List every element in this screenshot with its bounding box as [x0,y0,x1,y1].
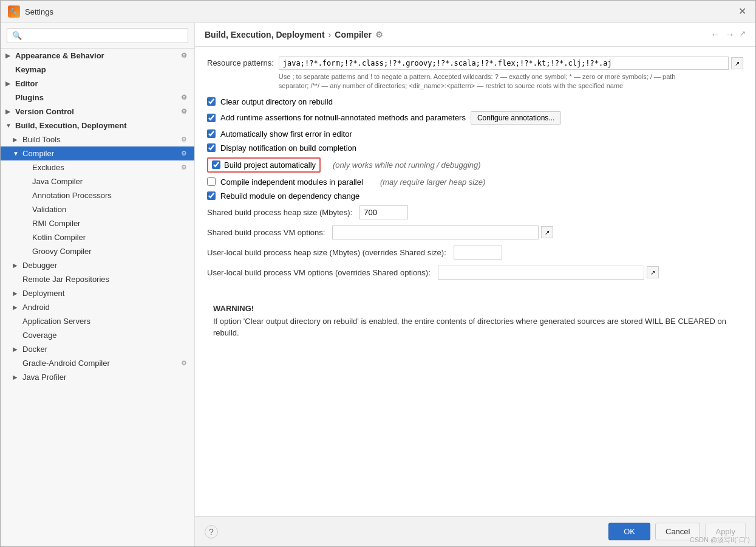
sidebar-item-excludes[interactable]: Excludes⚙ [1,160,194,174]
arrow-icon: ▶ [5,80,13,87]
nav-expand-icon[interactable]: ↗ [740,29,746,40]
sidebar-item-label: Keymap [15,65,46,74]
configure-annotations-button[interactable]: Configure annotations... [471,111,561,125]
resource-patterns-value-wrap: ↗ Use ; to separate patterns and ! to ne… [279,57,743,91]
warning-text: If option 'Clear output directory on reb… [213,315,737,339]
sidebar-item-build-execution[interactable]: ▼Build, Execution, Deployment [1,119,194,132]
checkbox-label-auto-show-error: Automatically show first error in editor [220,129,352,139]
checkbox-add-runtime[interactable] [207,114,216,122]
sidebar-item-annotation-processors[interactable]: Annotation Processors [1,188,194,202]
nav-forward-icon[interactable]: → [725,29,735,40]
sidebar-item-label: Appearance & Behavior [15,51,104,60]
sidebar-item-label: Remote Jar Repositories [22,275,109,284]
sidebar-item-label: Kotlin Compiler [32,233,86,242]
sidebar-item-android[interactable]: ▶Android [1,300,194,314]
watermark: CSDN @淡写II(˙口˙) [690,535,750,545]
sidebar-item-java-profiler[interactable]: ▶Java Profiler [1,370,194,384]
sidebar-item-label: Android [22,303,50,312]
sidebar-item-label: Annotation Processors [32,191,112,200]
sidebar-item-label: Docker [22,345,47,354]
item-gear-icon[interactable]: ⚙ [181,163,189,172]
sidebar-item-appearance[interactable]: ▶Appearance & Behavior⚙ [1,49,194,63]
sidebar-item-coverage[interactable]: Coverage [1,328,194,342]
sidebar-item-application-servers[interactable]: Application Servers [1,314,194,328]
resource-expand-button[interactable]: ↗ [731,57,743,69]
user-heap-row: User-local build process heap size (Mbyt… [207,246,743,260]
checkbox-row-display-notification: Display notification on build completion [207,143,743,153]
user-vm-input[interactable] [438,266,644,280]
item-gear-icon[interactable]: ⚙ [181,359,189,368]
checkbox-display-notification[interactable] [207,143,216,152]
sidebar-item-label: Java Compiler [32,177,83,186]
main-content: Resource patterns: ↗ Use ; to separate p… [195,47,755,516]
sidebar-item-groovy-compiler[interactable]: Groovy Compiler [1,244,194,258]
sidebar-item-docker[interactable]: ▶Docker [1,342,194,356]
item-gear-icon[interactable]: ⚙ [181,136,189,144]
nav-back-icon[interactable]: ← [710,29,720,40]
item-gear-icon[interactable]: ⚙ [181,52,189,60]
resource-patterns-input[interactable] [279,57,729,70]
sidebar-item-plugins[interactable]: Plugins⚙ [1,91,194,105]
resource-patterns-row: Resource patterns: ↗ Use ; to separate p… [207,57,743,91]
heap-size-row: Shared build process heap size (Mbytes): [207,205,743,219]
sidebar-item-version-control[interactable]: ▶Version Control⚙ [1,105,194,119]
checkboxes-container: Clear output directory on rebuildAdd run… [207,97,743,201]
resource-hint-text: Use ; to separate patterns and ! to nega… [279,72,698,91]
sidebar-item-kotlin-compiler[interactable]: Kotlin Compiler [1,230,194,244]
item-gear-icon[interactable]: ⚙ [181,94,189,102]
arrow-icon: ▶ [5,108,13,115]
sidebar-item-label: Version Control [15,107,74,116]
arrow-icon: ▶ [5,52,13,59]
user-heap-input[interactable] [454,246,502,260]
checkbox-rebuild-dependency[interactable] [207,191,216,200]
sidebar-item-java-compiler[interactable]: Java Compiler [1,174,194,188]
item-gear-icon[interactable]: ⚙ [181,150,189,158]
arrow-icon: ▼ [13,150,20,157]
close-button[interactable]: ✕ [738,7,748,16]
sidebar-item-rmi-compiler[interactable]: RMI Compiler [1,216,194,230]
shared-vm-input-wrap: ↗ [332,225,553,239]
sidebar-item-label: Build, Execution, Deployment [15,121,126,130]
sidebar-item-build-tools[interactable]: ▶Build Tools⚙ [1,132,194,146]
resource-patterns-label: Resource patterns: [207,57,274,67]
user-vm-expand-button[interactable]: ↗ [647,266,659,278]
search-input[interactable] [7,28,188,43]
item-gear-icon[interactable]: ⚙ [181,108,189,116]
sidebar-item-remote-jar[interactable]: Remote Jar Repositories [1,272,194,286]
arrow-icon: ▶ [13,262,20,269]
sidebar-item-compiler[interactable]: ▼Compiler⚙ [1,146,194,160]
checkbox-label-compile-parallel: Compile independent modules in parallel [220,177,363,187]
header-navigation: ← → ↗ [710,29,746,40]
user-vm-label: User-local build process VM options (ove… [207,268,431,277]
window-title: Settings [25,7,53,16]
sidebar-item-gradle-android[interactable]: Gradle-Android Compiler⚙ [1,356,194,370]
sidebar-item-validation[interactable]: Validation [1,202,194,216]
help-button[interactable]: ? [205,525,218,538]
shared-vm-input[interactable] [332,225,539,239]
sidebar-item-keymap[interactable]: Keymap [1,63,194,77]
user-vm-input-wrap: ↗ [438,266,659,280]
heap-size-input[interactable] [359,205,408,219]
main-panel: Build, Execution, Deployment › Compiler … [195,23,755,546]
sidebar-item-label: Debugger [22,261,57,270]
checkbox-build-auto[interactable] [212,160,220,169]
sidebar-item-label: RMI Compiler [32,219,80,228]
shared-vm-expand-button[interactable]: ↗ [541,226,553,238]
sidebar-items: ▶Appearance & Behavior⚙Keymap▶EditorPlug… [1,49,194,546]
arrow-icon: ▼ [5,122,13,129]
breadcrumb-current: Compiler [335,30,372,40]
sidebar-item-deployment[interactable]: ▶Deployment [1,286,194,300]
ok-button[interactable]: OK [608,523,650,540]
checkbox-auto-show-error[interactable] [207,129,216,138]
checkbox-label-add-runtime: Add runtime assertions for notnull-annot… [220,113,466,122]
breadcrumb-parent: Build, Execution, Deployment [205,30,325,40]
sidebar-item-editor[interactable]: ▶Editor [1,77,194,91]
sidebar-item-debugger[interactable]: ▶Debugger [1,258,194,272]
checkbox-clear-output[interactable] [207,97,216,106]
checkbox-row-add-runtime: Add runtime assertions for notnull-annot… [207,111,743,125]
arrow-icon: ▶ [13,136,20,143]
checkbox-compile-parallel[interactable] [207,177,216,186]
sidebar-item-label: Java Profiler [22,373,66,382]
sidebar-item-label: Compiler [22,149,54,158]
settings-gear-icon[interactable]: ⚙ [375,30,383,40]
